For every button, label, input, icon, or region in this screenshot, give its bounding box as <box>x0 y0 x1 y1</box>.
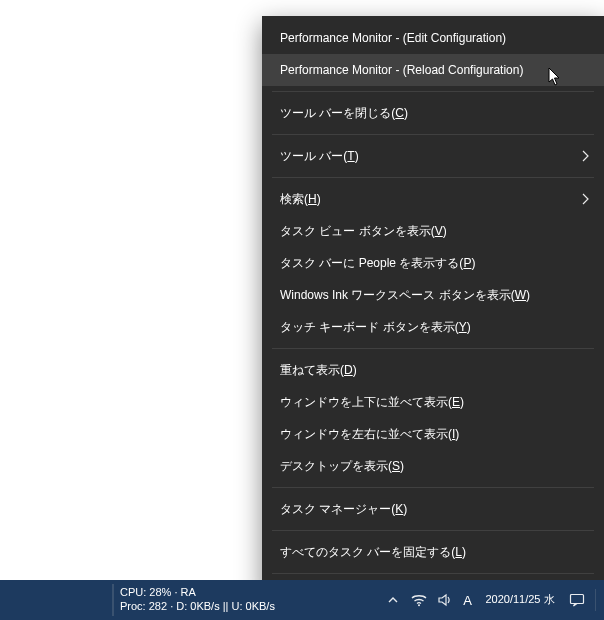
menu-item-label: タスク ビュー ボタンを表示(V) <box>280 223 590 240</box>
menu-item-task-manager[interactable]: タスク マネージャー(K) <box>262 493 604 525</box>
menu-separator <box>272 348 594 349</box>
menu-item-label: ツール バー(T) <box>280 148 582 165</box>
perf-line-1: CPU: 28% · RA <box>120 586 375 600</box>
menu-item-close-toolbar[interactable]: ツール バーを閉じる(C) <box>262 97 604 129</box>
taskbar-left-area <box>0 580 112 620</box>
chevron-up-icon[interactable] <box>385 592 401 608</box>
menu-item-label: 重ねて表示(D) <box>280 362 590 379</box>
taskbar-clock[interactable]: 2020/11/25 水 <box>483 593 557 606</box>
menu-item-label: タスク バーに People を表示する(P) <box>280 255 590 272</box>
menu-item-label: ウィンドウを左右に並べて表示(I) <box>280 426 590 443</box>
menu-item-label: デスクトップを表示(S) <box>280 458 590 475</box>
menu-item-people-button[interactable]: タスク バーに People を表示する(P) <box>262 247 604 279</box>
volume-icon[interactable] <box>437 592 453 608</box>
menu-item-stack-vertical[interactable]: ウィンドウを上下に並べて表示(E) <box>262 386 604 418</box>
menu-item-label: ウィンドウを上下に並べて表示(E) <box>280 394 590 411</box>
menu-separator <box>272 487 594 488</box>
menu-item-taskview-button[interactable]: タスク ビュー ボタンを表示(V) <box>262 215 604 247</box>
menu-item-label: 検索(H) <box>280 191 582 208</box>
menu-item-search[interactable]: 検索(H) <box>262 183 604 215</box>
menu-separator <box>272 573 594 574</box>
menu-item-label: Windows Ink ワークスペース ボタンを表示(W) <box>280 287 590 304</box>
menu-item-touch-keyboard-button[interactable]: タッチ キーボード ボタンを表示(Y) <box>262 311 604 343</box>
menu-item-cascade[interactable]: 重ねて表示(D) <box>262 354 604 386</box>
menu-item-label: すべてのタスク バーを固定する(L) <box>280 544 590 561</box>
menu-item-ink-workspace-button[interactable]: Windows Ink ワークスペース ボタンを表示(W) <box>262 279 604 311</box>
menu-item-label: Performance Monitor - (Reload Configurat… <box>280 63 590 77</box>
menu-item-label: Performance Monitor - (Edit Configuratio… <box>280 31 590 45</box>
svg-point-0 <box>418 604 420 606</box>
menu-separator <box>272 177 594 178</box>
menu-item-stack-horizontal[interactable]: ウィンドウを左右に並べて表示(I) <box>262 418 604 450</box>
menu-item-toolbars[interactable]: ツール バー(T) <box>262 140 604 172</box>
chevron-right-icon <box>582 193 590 205</box>
wifi-icon[interactable] <box>411 592 427 608</box>
menu-item-label: タスク マネージャー(K) <box>280 501 590 518</box>
notification-icon[interactable] <box>569 592 585 608</box>
clock-date: 2020/11/25 水 <box>485 593 554 606</box>
show-desktop-edge[interactable] <box>595 589 596 611</box>
menu-separator <box>272 134 594 135</box>
svg-rect-1 <box>571 595 584 604</box>
system-tray: A 2020/11/25 水 <box>381 580 604 620</box>
menu-item-label: ツール バーを閉じる(C) <box>280 105 590 122</box>
menu-item-label: タッチ キーボード ボタンを表示(Y) <box>280 319 590 336</box>
menu-item-perfmon-reload[interactable]: Performance Monitor - (Reload Configurat… <box>262 54 604 86</box>
ime-indicator[interactable]: A <box>463 593 473 608</box>
chevron-right-icon <box>582 150 590 162</box>
taskbar-context-menu: Performance Monitor - (Edit Configuratio… <box>262 16 604 596</box>
taskbar[interactable]: CPU: 28% · RA Proc: 282 · D: 0KB/s || U:… <box>0 580 604 620</box>
perf-line-2: Proc: 282 · D: 0KB/s || U: 0KB/s <box>120 600 375 614</box>
menu-separator <box>272 530 594 531</box>
menu-item-lock-all-taskbars[interactable]: すべてのタスク バーを固定する(L) <box>262 536 604 568</box>
performance-monitor-toolbar[interactable]: CPU: 28% · RA Proc: 282 · D: 0KB/s || U:… <box>114 580 381 620</box>
menu-separator <box>272 91 594 92</box>
menu-item-show-desktop[interactable]: デスクトップを表示(S) <box>262 450 604 482</box>
menu-item-perfmon-edit[interactable]: Performance Monitor - (Edit Configuratio… <box>262 22 604 54</box>
